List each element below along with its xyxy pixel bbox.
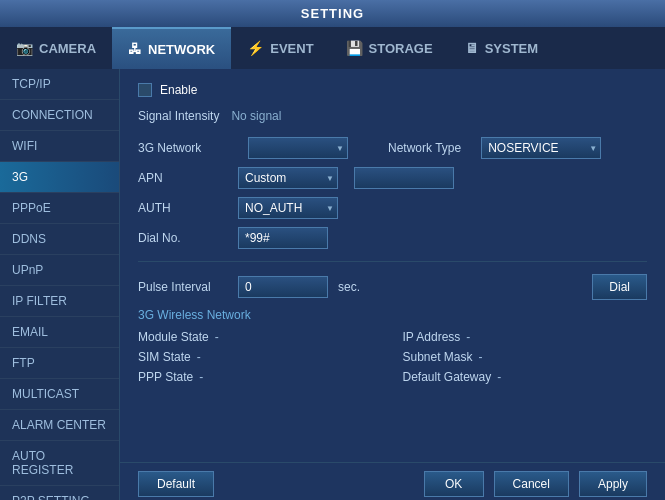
enable-checkbox[interactable] <box>138 83 152 97</box>
module-state-value: - <box>215 330 219 344</box>
sidebar-item-ddns[interactable]: DDNS <box>0 224 119 255</box>
sim-state-value: - <box>197 350 201 364</box>
sidebar-item-auto-register[interactable]: AUTO REGISTER <box>0 441 119 486</box>
storage-icon: 💾 <box>346 40 363 56</box>
btn-group: OK Cancel Apply <box>424 471 647 497</box>
sidebar-item-wifi[interactable]: WIFI <box>0 131 119 162</box>
tab-network[interactable]: 🖧 NETWORK <box>112 27 231 69</box>
tab-storage[interactable]: 💾 STORAGE <box>330 27 449 69</box>
auth-row: AUTH NO_AUTH <box>138 197 647 219</box>
camera-icon: 📷 <box>16 40 33 56</box>
dial-button[interactable]: Dial <box>592 274 647 300</box>
apn-row: APN Custom <box>138 167 647 189</box>
apn-select-wrapper: Custom <box>238 167 338 189</box>
pulse-interval-label: Pulse Interval <box>138 280 228 294</box>
bottom-bar: Default OK Cancel Apply <box>120 462 665 500</box>
default-button[interactable]: Default <box>138 471 214 497</box>
sidebar-item-3g[interactable]: 3G <box>0 162 119 193</box>
pulse-interval-input[interactable] <box>238 276 328 298</box>
ppp-state-value: - <box>199 370 203 384</box>
sidebar-item-connection[interactable]: CONNECTION <box>0 100 119 131</box>
main-layout: TCP/IP CONNECTION WIFI 3G PPPoE DDNS UPn… <box>0 69 665 500</box>
sidebar-item-p2p-setting[interactable]: P2P SETTING <box>0 486 119 500</box>
sim-state-item: SIM State - <box>138 350 383 364</box>
system-icon: 🖥 <box>465 40 479 56</box>
subnet-mask-label: Subnet Mask <box>403 350 473 364</box>
signal-row: Signal Intensity No signal <box>138 109 647 123</box>
dial-no-label: Dial No. <box>138 231 228 245</box>
sidebar-item-ftp[interactable]: FTP <box>0 348 119 379</box>
ip-address-item: IP Address - <box>403 330 648 344</box>
subnet-mask-item: Subnet Mask - <box>403 350 648 364</box>
module-state-label: Module State <box>138 330 209 344</box>
default-gateway-label: Default Gateway <box>403 370 492 384</box>
pulse-interval-row: Pulse Interval sec. Dial <box>138 274 647 300</box>
network-type-select-wrapper: NOSERVICE <box>481 137 601 159</box>
network-icon: 🖧 <box>128 41 142 57</box>
default-gateway-value: - <box>497 370 501 384</box>
top-tabs: 📷 CAMERA 🖧 NETWORK ⚡ EVENT 💾 STORAGE 🖥 S… <box>0 27 665 69</box>
sidebar: TCP/IP CONNECTION WIFI 3G PPPoE DDNS UPn… <box>0 69 120 500</box>
sidebar-item-email[interactable]: EMAIL <box>0 317 119 348</box>
ppp-state-item: PPP State - <box>138 370 383 384</box>
content-area: Enable Signal Intensity No signal 3G Net… <box>120 69 665 462</box>
subnet-mask-value: - <box>479 350 483 364</box>
g3-network-select[interactable] <box>248 137 348 159</box>
apn-input[interactable] <box>354 167 454 189</box>
sidebar-item-upnp[interactable]: UPnP <box>0 255 119 286</box>
g3-network-row: 3G Network Network Type NOSERVICE <box>138 137 647 159</box>
default-gateway-item: Default Gateway - <box>403 370 648 384</box>
signal-value: No signal <box>231 109 281 123</box>
network-type-select[interactable]: NOSERVICE <box>481 137 601 159</box>
title-text: SETTING <box>301 6 364 21</box>
sidebar-item-multicast[interactable]: MULTICAST <box>0 379 119 410</box>
sidebar-item-alarm-center[interactable]: ALARM CENTER <box>0 410 119 441</box>
ip-address-value: - <box>466 330 470 344</box>
g3-network-select-wrapper <box>248 137 348 159</box>
network-type-label: Network Type <box>388 141 461 155</box>
auth-select-wrapper: NO_AUTH <box>238 197 338 219</box>
sidebar-item-tcp-ip[interactable]: TCP/IP <box>0 69 119 100</box>
dial-no-row: Dial No. <box>138 227 647 249</box>
ppp-state-label: PPP State <box>138 370 193 384</box>
apn-select[interactable]: Custom <box>238 167 338 189</box>
tab-camera[interactable]: 📷 CAMERA <box>0 27 112 69</box>
divider <box>138 261 647 262</box>
sidebar-item-pppoe[interactable]: PPPoE <box>0 193 119 224</box>
enable-label: Enable <box>160 83 197 97</box>
info-grid: Module State - IP Address - SIM State - … <box>138 330 647 384</box>
sidebar-item-ip-filter[interactable]: IP FILTER <box>0 286 119 317</box>
g3-network-label: 3G Network <box>138 141 228 155</box>
auth-label: AUTH <box>138 201 228 215</box>
ip-address-label: IP Address <box>403 330 461 344</box>
apply-button[interactable]: Apply <box>579 471 647 497</box>
event-icon: ⚡ <box>247 40 264 56</box>
module-state-item: Module State - <box>138 330 383 344</box>
title-bar: SETTING <box>0 0 665 27</box>
apn-label: APN <box>138 171 228 185</box>
enable-row: Enable <box>138 83 647 97</box>
wireless-title: 3G Wireless Network <box>138 308 647 322</box>
sim-state-label: SIM State <box>138 350 191 364</box>
signal-intensity-label: Signal Intensity <box>138 109 219 123</box>
pulse-interval-unit: sec. <box>338 280 360 294</box>
dial-no-input[interactable] <box>238 227 328 249</box>
tab-event[interactable]: ⚡ EVENT <box>231 27 329 69</box>
tab-system[interactable]: 🖥 SYSTEM <box>449 27 554 69</box>
ok-button[interactable]: OK <box>424 471 484 497</box>
auth-select[interactable]: NO_AUTH <box>238 197 338 219</box>
cancel-button[interactable]: Cancel <box>494 471 569 497</box>
